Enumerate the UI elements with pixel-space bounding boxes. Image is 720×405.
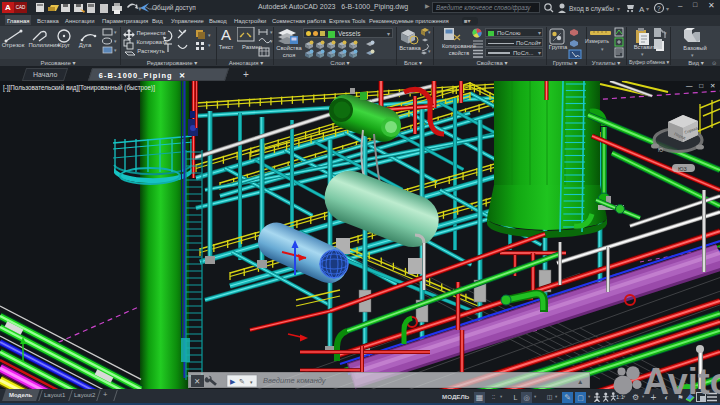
svg-text:▾: ▾ bbox=[208, 32, 211, 38]
svg-text:Вход в службы: Вход в службы bbox=[569, 5, 614, 13]
svg-text:?: ? bbox=[657, 5, 661, 12]
svg-text:A: A bbox=[639, 5, 645, 14]
svg-text:Avito: Avito bbox=[643, 361, 720, 402]
svg-text:▾: ▾ bbox=[664, 30, 667, 36]
svg-text:▾: ▾ bbox=[666, 6, 669, 12]
svg-text:▾: ▾ bbox=[114, 47, 117, 53]
svg-text:▾: ▾ bbox=[428, 48, 431, 54]
svg-text:✎: ✎ bbox=[239, 378, 245, 385]
svg-text:▾: ▾ bbox=[428, 29, 431, 35]
svg-text:▾: ▾ bbox=[114, 38, 117, 44]
svg-text:▾: ▾ bbox=[646, 6, 649, 12]
svg-text:ЮЗ: ЮЗ bbox=[678, 166, 688, 172]
svg-text:▾: ▾ bbox=[114, 29, 117, 35]
svg-text:✕: ✕ bbox=[194, 377, 200, 386]
svg-text:▾: ▾ bbox=[208, 42, 211, 48]
svg-text:▾: ▾ bbox=[617, 6, 620, 12]
svg-text:Ю: Ю bbox=[658, 147, 663, 153]
svg-text:▶: ▶ bbox=[230, 378, 236, 385]
